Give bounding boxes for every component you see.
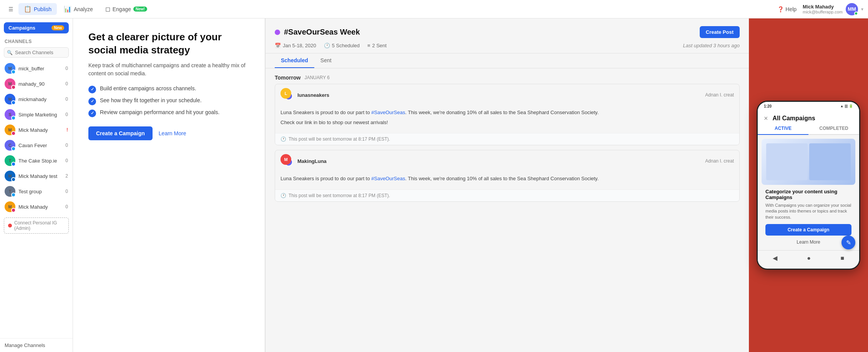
channel-item-simple-marketing[interactable]: S Simple Marketing 0	[0, 107, 73, 122]
channel-name: mickmahady	[18, 96, 62, 102]
nav-tab-analyze[interactable]: 📊 Analyze	[58, 3, 98, 15]
campaign-last-updated: Last updated 3 hours ago	[683, 43, 740, 48]
post-author-2: MakingLuna	[297, 158, 327, 164]
post-body-1: Luna Sneakers is proud to do our part to…	[275, 106, 739, 133]
channel-item-mick-mahady-test[interactable]: M Mick Mahady test 2	[0, 168, 73, 184]
nav-right-section: ❓ Help Mick Mahady mick@bufferapp.com MM…	[777, 3, 863, 15]
channel-name: mick_buffer	[18, 66, 62, 71]
nav-tab-publish[interactable]: 📋 Publish	[18, 3, 57, 15]
engage-badge: New!	[133, 7, 147, 12]
phone-header-title: All Campaigns	[773, 115, 815, 122]
main-layout: Campaigns New Channels 🔍 M mick_buffer 0…	[0, 18, 868, 352]
post-header-1: L I lunasneakers Adnan I. creat	[275, 84, 739, 106]
top-navigation: ☰ 📋 Publish 📊 Analyze ◻ Engage New! ❓ He…	[0, 0, 868, 18]
phone-nav-recent[interactable]: ■	[836, 253, 849, 263]
create-post-button[interactable]: Create Post	[700, 26, 740, 38]
phone-tab-active[interactable]: ACTIVE	[758, 123, 808, 135]
phone-create-campaign-button[interactable]: Create a Campaign	[765, 224, 851, 236]
nav-tab-analyze-label: Analyze	[74, 6, 93, 12]
channel-avatar: M	[5, 78, 15, 89]
campaign-tabs: Scheduled Sent	[266, 53, 749, 68]
nav-tab-engage[interactable]: ◻ Engage New!	[100, 3, 153, 15]
channel-item-test-group[interactable]: T Test group 0	[0, 184, 73, 199]
phone-nav-back[interactable]: ◀	[768, 253, 782, 263]
campaigns-description: Keep track of multichannel campaigns and…	[88, 61, 249, 78]
search-input[interactable]	[4, 47, 69, 58]
channel-name: The Cake Stop.ie	[18, 158, 62, 164]
post-avatar-group-2: M I	[280, 154, 294, 168]
phone-status-icons: ▲ ||| 🔋	[840, 104, 853, 108]
channel-item-cake-stop[interactable]: T The Cake Stop.ie 0	[0, 153, 73, 168]
battery-icon: 🔋	[849, 104, 853, 108]
help-button[interactable]: ❓ Help	[777, 6, 797, 12]
channel-item-mick-mahady-2[interactable]: M Mick Mahady 0	[0, 199, 73, 214]
channel-item-mick-mahady[interactable]: M Mick Mahady !	[0, 122, 73, 138]
channel-avatar: T	[5, 155, 15, 166]
channel-name: Mick Mahady	[18, 127, 63, 133]
check-icon-3	[88, 110, 96, 117]
phone-bottom-bar: ◀ ● ■	[758, 250, 859, 266]
clock-icon: 🕐	[324, 43, 330, 48]
post-hashtag-link-1[interactable]: #SaveOurSeas	[371, 110, 405, 115]
campaign-title: #SaveOurSeas Week	[275, 28, 360, 37]
phone-nav-home[interactable]: ●	[802, 253, 815, 263]
user-email: mick@bufferapp.com	[803, 10, 843, 14]
campaign-meta: 📅 Jan 5-18, 2020 🕐 5 Scheduled ≡ 2 Sent …	[275, 43, 740, 48]
post-card-2: M I MakingLuna Adnan I. creat Luna Sneak…	[275, 150, 740, 202]
post-avatar-primary-2: M	[280, 154, 291, 165]
channel-name: Mick Mahady	[18, 204, 62, 210]
channel-name: Cavan Fever	[18, 143, 62, 148]
menu-icon[interactable]: ☰	[5, 3, 17, 15]
campaign-title-text: #SaveOurSeas Week	[284, 28, 360, 37]
platform-dot-twitter	[11, 146, 16, 151]
phone-tabs: ACTIVE COMPLETED	[758, 123, 859, 135]
post-hashtag-link-2[interactable]: #SaveOurSeas	[371, 176, 405, 181]
campaign-sent: ≡ 2 Sent	[367, 43, 387, 48]
platform-dot-instagram	[11, 208, 16, 213]
analyze-icon: 📊	[64, 5, 71, 13]
phone-fab-button[interactable]: ✎	[841, 236, 855, 249]
post-text-1a: Luna Sneakers is proud to do our part to…	[280, 109, 734, 116]
channel-item-cavan-fever[interactable]: C Cavan Fever 0	[0, 138, 73, 153]
create-campaign-button[interactable]: Create a Campaign	[88, 126, 153, 140]
phone-image-collage	[766, 143, 851, 180]
phone-fab-icon: ✎	[846, 239, 851, 246]
channel-name: Mick Mahady test	[18, 173, 62, 179]
nav-tab-publish-label: Publish	[34, 6, 51, 12]
channel-count: 0	[65, 112, 68, 117]
channel-item-mahady-90[interactable]: M mahady_90 0	[0, 76, 73, 91]
feature-item-1: Build entire campaigns across channels.	[88, 85, 249, 93]
campaign-color-dot	[275, 30, 280, 35]
chevron-down-icon: ▾	[861, 7, 863, 12]
manage-channels-link[interactable]: Manage Channels	[0, 338, 73, 352]
post-author-1: lunasneakers	[297, 92, 329, 98]
phone-categorize-desc: With Campaigns you can organize your soc…	[765, 203, 851, 220]
campaigns-new-badge: New	[51, 25, 64, 30]
connect-personal-ig[interactable]: Connect Personal IG (Admin)	[4, 218, 69, 234]
publish-icon: 📋	[24, 5, 32, 13]
channel-item-mick-buffer[interactable]: M mick_buffer 0	[0, 61, 73, 76]
feature-text-1: Build entire campaigns across channels.	[100, 85, 196, 91]
phone-time: 1:20	[764, 104, 772, 108]
phone-tab-completed[interactable]: COMPLETED	[808, 123, 859, 134]
campaigns-panel: Get a clearer picture of your social med…	[73, 18, 265, 352]
post-creator-2: Adnan I. creat	[705, 158, 734, 164]
tab-scheduled[interactable]: Scheduled	[275, 53, 314, 68]
tab-sent[interactable]: Sent	[314, 53, 338, 68]
channel-count: 0	[65, 81, 68, 86]
channel-count: 0	[65, 158, 68, 163]
post-card-1: L I lunasneakers Adnan I. creat Luna Sne…	[275, 84, 740, 145]
campaigns-button[interactable]: Campaigns New	[4, 22, 69, 33]
tab-scheduled-label: Scheduled	[281, 57, 308, 63]
channel-item-mickmahady[interactable]: M mickmahady 0	[0, 91, 73, 107]
phone-close-icon[interactable]: ×	[764, 115, 768, 123]
post-header-2: M I MakingLuna Adnan I. creat	[275, 150, 739, 172]
platform-dot-twitter	[11, 70, 16, 74]
learn-more-button[interactable]: Learn More	[159, 130, 186, 136]
channel-name: Test group	[18, 189, 62, 194]
post-text-2a: Luna Sneakers is proud to do our part to…	[280, 175, 734, 183]
phone-frame: 1:20 ▲ ||| 🔋 × All Campaigns ACTIVE COMP…	[757, 101, 860, 270]
user-menu[interactable]: Mick Mahady mick@bufferapp.com MM ▾	[803, 3, 863, 15]
campaigns-title: Get a clearer picture of your social med…	[88, 31, 249, 57]
phone-image-placeholder	[762, 139, 855, 185]
